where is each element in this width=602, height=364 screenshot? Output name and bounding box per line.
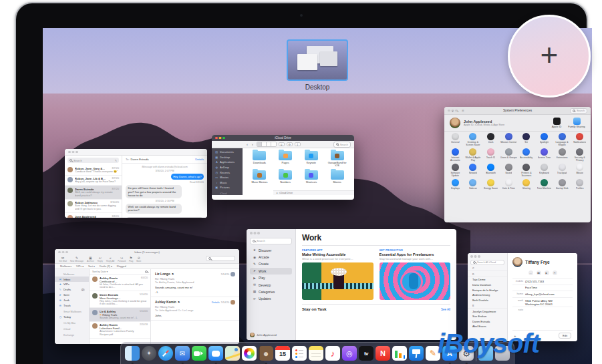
- preference-pane-button[interactable]: Spotlight: [535, 133, 553, 146]
- preference-pane-button[interactable]: Date & Time: [500, 179, 518, 192]
- mail-search-input[interactable]: [206, 256, 235, 261]
- dock-maps-icon[interactable]: [225, 346, 240, 361]
- sidebar-item[interactable]: ▤Documents: [212, 150, 243, 155]
- preference-pane-button[interactable]: Displays: [446, 179, 464, 192]
- mailbox-item[interactable]: ⊗Junk: [55, 297, 89, 303]
- action-button[interactable]: ⚙: [287, 142, 293, 146]
- contact-row[interactable]: Tajo Deme: [468, 277, 507, 283]
- app-store-search-input[interactable]: Search: [250, 238, 292, 244]
- desktop-space-thumbnail[interactable]: [287, 39, 348, 81]
- filter-button[interactable]: Drafts (2) ▾: [100, 264, 112, 268]
- preference-pane-button[interactable]: Security & Privacy: [571, 148, 589, 162]
- mailbox-item[interactable]: On My Mac: [55, 321, 89, 326]
- folder-item[interactable]: Pages: [273, 151, 299, 167]
- dock-numbers-icon[interactable]: [392, 346, 407, 361]
- folder-item[interactable]: Movies: [324, 170, 350, 184]
- toolbar-button[interactable]: ▣Archive: [87, 256, 94, 262]
- preference-pane-button[interactable]: Bluetooth: [482, 164, 500, 177]
- preference-pane-button[interactable]: Dock: [482, 133, 500, 146]
- mailbox-item[interactable]: ➤Sent: [55, 293, 89, 298]
- Rubon, Jane, Gary &…[interactable]: Rubon, Jane, Gary &…8/7/20 Candace liked…: [65, 165, 122, 176]
- contact-row[interactable]: Enrique de la Huelga: [468, 287, 507, 293]
- mailbox-item[interactable]: ◷Today: [55, 314, 89, 319]
- dock-safari-icon[interactable]: [158, 346, 173, 361]
- family-sharing-button[interactable]: Family Sharing: [568, 118, 585, 128]
- mailbox-item[interactable]: ⊖Trash: [55, 303, 89, 308]
- preference-pane-button[interactable]: Wallet & Apple Pay: [464, 148, 482, 162]
- details-link[interactable]: Details: [195, 158, 204, 161]
- dock-reminders-icon[interactable]: [292, 346, 307, 361]
- mailbox-item[interactable]: Mailboxes: [55, 272, 89, 277]
- mail-list-row[interactable]: Ashley Kamin6/4/20 ⚑ Certificate of… Hi …: [90, 275, 150, 291]
- contact-row[interactable]: E: [468, 304, 507, 309]
- preference-pane-button[interactable]: Energy Saver: [482, 179, 500, 192]
- imessage-input[interactable]: iMessage☺: [126, 217, 204, 218]
- preference-pane-button[interactable]: Software Update: [446, 164, 464, 177]
- video-action-button[interactable]: ▶: [545, 270, 549, 275]
- apple-id-button[interactable]: Apple ID: [548, 118, 565, 128]
- mail-list-row[interactable]: Liz & Ashley5/14/20 ⚑ Hiking Trails Soun…: [90, 308, 150, 322]
- filter-button[interactable]: VIPs ▾: [76, 264, 84, 268]
- filter-button[interactable]: Sort ▾: [88, 264, 95, 268]
- app-store-nav-item[interactable]: ⟳Updates: [250, 295, 292, 302]
- app-store-nav-item[interactable]: ◉Arcade: [250, 254, 292, 260]
- mail-action-button[interactable]: ✉: [553, 270, 557, 275]
- mailbox-item[interactable]: ✉Inbox: [55, 277, 89, 282]
- contact-row[interactable]: Andrew Droeg: [468, 293, 507, 298]
- filter-icon[interactable]: [145, 270, 148, 273]
- preference-pane-button[interactable]: Startup Disk: [553, 179, 571, 192]
- preference-pane-button[interactable]: Accessibility: [518, 148, 536, 162]
- folder-item[interactable]: Music Memos: [247, 170, 273, 184]
- filter-button[interactable]: Mailboxes: [60, 265, 71, 268]
- traffic-lights-icon[interactable]: [68, 151, 71, 154]
- toolbar-button[interactable]: ↩Reply: [98, 256, 103, 262]
- preference-pane-button[interactable]: Network: [464, 164, 482, 177]
- preference-pane-button[interactable]: Sidecar: [464, 179, 482, 192]
- folder-item[interactable]: Keynote: [299, 151, 325, 167]
- mailbox-item[interactable]: iCloud: [55, 327, 89, 332]
- see-all-link[interactable]: See All: [441, 308, 450, 311]
- dock-facetime-icon[interactable]: [192, 346, 206, 361]
- preference-pane-button[interactable]: Profiles: [571, 179, 589, 192]
- mailbox-item[interactable]: ★VIPs: [55, 282, 89, 287]
- mail-window[interactable]: Inbox (5 messages) ✉Get Mail ✎New Messag…: [55, 249, 239, 344]
- mail-list-row[interactable]: Daren Estrada5/14/20 ⚑ More Greetings… H…: [90, 291, 150, 308]
- preference-pane-button[interactable]: Printers & Scanners: [518, 164, 536, 177]
- contact-row[interactable]: Beth Duafala: [468, 298, 507, 303]
- call-action-button[interactable]: ☎: [537, 270, 541, 275]
- add-space-callout[interactable]: +: [508, 15, 591, 98]
- group-button[interactable]: ≣: [279, 142, 285, 146]
- share-button[interactable]: ↥: [295, 142, 301, 146]
- Jane Appleseed[interactable]: Jane Appleseed8/8/20: [65, 213, 122, 218]
- traffic-lights-icon[interactable]: [250, 232, 253, 234]
- Rubon, Jane, Lib & B…[interactable]: Rubon, Jane, Lib & B…8/7/20 Hey y'all, a…: [65, 176, 122, 186]
- preference-pane-button[interactable]: Time Machine: [535, 179, 553, 192]
- dock-mail-icon[interactable]: [175, 346, 190, 361]
- toolbar-button[interactable]: ⚑Flag: [129, 256, 133, 262]
- back-forward-buttons[interactable]: ‹ ›: [247, 142, 255, 146]
- preference-pane-button[interactable]: Users & Groups: [500, 148, 518, 162]
- system-preferences-window[interactable]: ‹ › ⊞ System Preferences Search John App…: [444, 107, 591, 222]
- folder-item[interactable]: Downloads: [247, 151, 273, 167]
- dock-podcasts-icon[interactable]: [342, 346, 357, 361]
- preference-pane-button[interactable]: Trackpad: [553, 164, 571, 177]
- finder-window[interactable]: iCloud Drive ‹ › ≣ ⚙ ↥ Search ▤Documents: [212, 135, 354, 200]
- dock-photos-icon[interactable]: [242, 346, 257, 361]
- preference-pane-button[interactable]: Touch ID: [482, 148, 500, 162]
- app-store-nav-item[interactable]: ⚒Develop: [250, 281, 292, 288]
- folder-item[interactable]: Numbers: [273, 170, 299, 184]
- contact-row[interactable]: Sue Erokan: [468, 314, 507, 319]
- app-store-nav-item[interactable]: ▶Play: [250, 275, 292, 281]
- preference-pane-button[interactable]: Extensions: [553, 148, 571, 162]
- dock-music-icon[interactable]: [325, 346, 340, 361]
- dock-contacts-icon[interactable]: [259, 346, 273, 361]
- dock-news-icon[interactable]: [375, 346, 390, 361]
- sidebar-item[interactable]: ▦Desktop: [212, 155, 243, 160]
- account-button[interactable]: John Appleseed: [250, 333, 292, 337]
- traffic-lights-icon[interactable]: [470, 255, 473, 258]
- compose-icon[interactable]: ✎: [115, 159, 117, 162]
- mailbox-item[interactable]: Smart Mailboxes: [55, 309, 89, 314]
- sidebar-item[interactable]: ◍AirDrop: [212, 165, 243, 170]
- preference-pane-button[interactable]: Sharing: [518, 179, 536, 192]
- edit-button[interactable]: Edit: [559, 333, 571, 339]
